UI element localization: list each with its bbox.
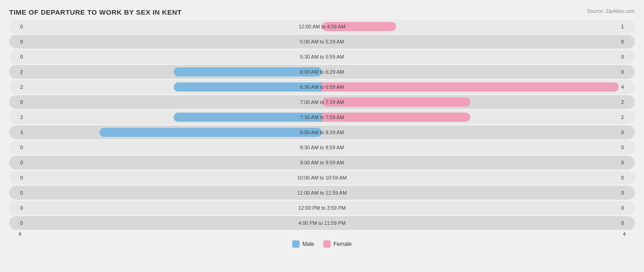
chart-row: 0112:00 AM to 4:59 AM [9,20,635,33]
bars-wrapper: 6:30 AM to 6:59 AM [25,80,619,94]
male-value: 0 [9,54,23,60]
female-value: 0 [621,39,635,44]
male-value: 0 [9,205,23,211]
chart-area: 0112:00 AM to 4:59 AM005:00 AM to 5:29 A… [9,20,635,230]
bars-wrapper: 5:30 AM to 5:59 AM [25,50,619,64]
female-value: 0 [621,160,635,165]
row-label: 7:30 AM to 7:59 AM [300,114,344,120]
female-value: 0 [621,220,635,226]
chart-row: 227:30 AM to 7:59 AM [9,110,635,124]
chart-container: TIME OF DEPARTURE TO WORK BY SEX IN KENT… [0,0,644,272]
female-value: 0 [621,69,635,75]
female-value: 0 [621,205,635,211]
legend-female: Female [323,240,352,248]
bars-wrapper: 12:00 PM to 3:59 PM [25,201,619,215]
male-value: 3 [9,130,23,135]
female-value: 4 [621,84,635,90]
female-value: 0 [621,145,635,150]
male-value: 0 [9,39,23,44]
male-value: 0 [9,145,23,150]
row-label: 8:30 AM to 8:59 AM [300,145,344,150]
chart-row: 008:30 AM to 8:59 AM [9,141,635,154]
chart-row: 0012:00 PM to 3:59 PM [9,201,635,215]
male-value: 0 [9,99,23,105]
chart-row: 005:30 AM to 5:59 AM [9,50,635,64]
female-value: 1 [621,24,635,29]
male-value: 0 [9,190,23,196]
bars-wrapper: 11:00 AM to 11:59 AM [25,186,619,200]
bars-wrapper: 9:00 AM to 9:59 AM [25,156,619,169]
row-label: 6:30 AM to 6:59 AM [300,84,344,90]
source-text: Source: ZipAtlas.com [587,8,635,14]
male-value: 0 [9,220,23,226]
chart-row: 206:00 AM to 6:29 AM [9,65,635,79]
female-value: 0 [621,130,635,135]
bars-wrapper: 5:00 AM to 5:29 AM [25,35,619,49]
female-value: 0 [621,175,635,180]
bars-wrapper: 8:00 AM to 8:29 AM [25,125,619,139]
row-label: 6:00 AM to 6:29 AM [300,69,344,75]
legend-male: Male [292,240,314,248]
chart-row: 308:00 AM to 8:29 AM [9,125,635,139]
legend: Male Female [9,240,635,248]
bars-wrapper: 12:00 AM to 4:59 AM [25,20,619,33]
row-label: 9:00 AM to 9:59 AM [300,160,344,165]
male-legend-label: Male [302,241,314,247]
row-label: 5:00 AM to 5:29 AM [300,39,344,44]
male-value: 0 [9,175,23,180]
female-value: 2 [621,114,635,120]
bottom-right-label: 4 [623,231,626,237]
chart-row: 004:00 PM to 11:59 PM [9,216,635,230]
male-legend-box [292,240,300,248]
row-label: 12:00 PM to 3:59 PM [298,205,345,211]
chart-row: 009:00 AM to 9:59 AM [9,156,635,169]
male-value: 0 [9,160,23,165]
bars-wrapper: 7:00 AM to 7:29 AM [25,95,619,109]
row-label: 11:00 AM to 11:59 AM [297,190,347,196]
female-value: 0 [621,190,635,196]
male-value: 2 [9,69,23,75]
female-bar [322,82,619,92]
row-label: 4:00 PM to 11:59 PM [298,220,345,226]
chart-row: 005:00 AM to 5:29 AM [9,35,635,49]
bars-wrapper: 4:00 PM to 11:59 PM [25,216,619,230]
row-label: 10:00 AM to 10:59 AM [297,175,347,180]
female-bar [322,113,470,122]
male-bar [99,128,322,137]
male-value: 2 [9,84,23,90]
female-bar [322,98,470,107]
female-legend-label: Female [333,241,352,247]
chart-row: 0010:00 AM to 10:59 AM [9,171,635,185]
bars-wrapper: 6:00 AM to 6:29 AM [25,65,619,79]
chart-title: TIME OF DEPARTURE TO WORK BY SEX IN KENT [9,8,635,16]
male-value: 2 [9,114,23,120]
female-value: 2 [621,99,635,105]
bars-wrapper: 10:00 AM to 10:59 AM [25,171,619,185]
chart-row: 027:00 AM to 7:29 AM [9,95,635,109]
chart-row: 0011:00 AM to 11:59 AM [9,186,635,200]
female-value: 0 [621,54,635,60]
row-label: 7:00 AM to 7:29 AM [300,99,344,105]
chart-row: 246:30 AM to 6:59 AM [9,80,635,94]
bars-wrapper: 7:30 AM to 7:59 AM [25,110,619,124]
bars-wrapper: 8:30 AM to 8:59 AM [25,141,619,154]
female-legend-box [323,240,331,248]
row-label: 8:00 AM to 8:29 AM [300,130,344,135]
bottom-labels: 4 4 [9,231,635,237]
male-value: 0 [9,24,23,29]
row-label: 5:30 AM to 5:59 AM [300,54,344,60]
row-label: 12:00 AM to 4:59 AM [299,24,345,29]
bottom-left-label: 4 [18,231,21,237]
